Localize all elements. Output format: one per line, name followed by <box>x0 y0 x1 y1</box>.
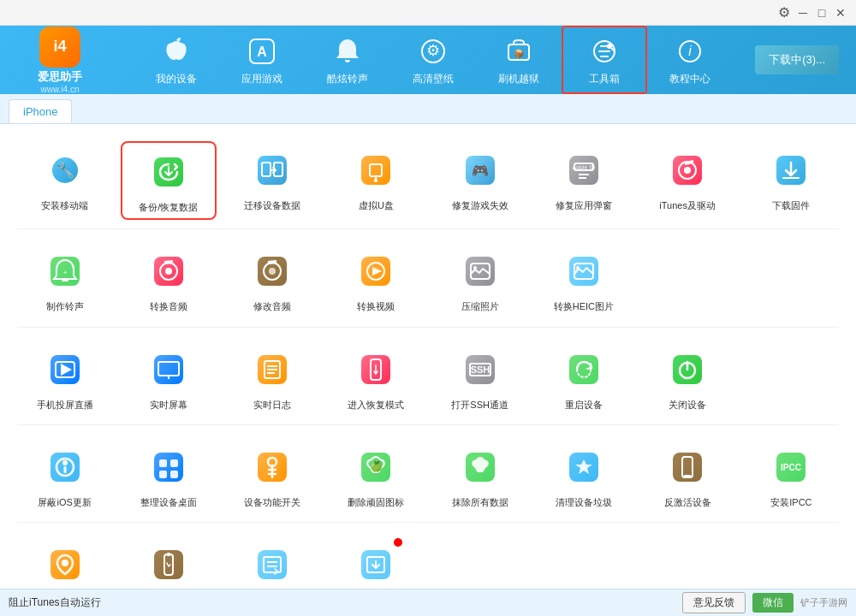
tool-item-edit-audio[interactable]: 修改音频 <box>225 242 320 317</box>
tool-item-convert-video[interactable]: 转换视频 <box>329 242 424 317</box>
logo-name: 爱思助手 <box>38 69 82 85</box>
feedback-button[interactable]: 意见反馈 <box>682 592 746 613</box>
status-bar: 阻止iTunes自动运行 意见反馈 微信 铲子手游网 <box>0 589 856 616</box>
tools-container: 🔧安装移动端备份/恢复数据迁移设备数据虚拟U盘🎮修复游戏失效Apple ID修复… <box>17 141 839 589</box>
nav-label-apps-games: 应用游戏 <box>241 72 282 86</box>
nav-item-jailbreak[interactable]: 📦刷机越狱 <box>476 26 562 94</box>
tool-placeholder-placeholder1 <box>640 242 735 317</box>
nav-item-toolbox[interactable]: 工具箱 <box>562 26 647 94</box>
tool-item-backup-guide[interactable]: 备份引导区数据 <box>329 536 424 589</box>
tool-item-backup-restore[interactable]: 备份/恢复数据 <box>121 141 216 220</box>
tool-icon-convert-video <box>352 247 400 295</box>
svg-text:📦: 📦 <box>514 48 525 59</box>
tool-label-erase-all-data: 抹除所有数据 <box>452 496 508 508</box>
settings-icon[interactable]: ⚙ <box>776 4 793 21</box>
tool-item-device-functions[interactable]: 设备功能开关 <box>225 438 320 513</box>
tool-item-block-ios-update[interactable]: 屏蔽iOS更新 <box>17 438 112 513</box>
tool-item-deactivate[interactable]: 反激活设备 <box>640 438 735 513</box>
svg-rect-80 <box>159 459 167 467</box>
tool-placeholder-placeholder2 <box>744 242 839 317</box>
header: i4 爱思助手 www.i4.cn 我的设备A应用游戏酷炫铃声⚙高清壁纸📦刷机越… <box>0 26 856 94</box>
tool-item-convert-audio[interactable]: 转换音频 <box>121 242 216 317</box>
tool-item-make-ringtone[interactable]: +制作铃声 <box>17 242 112 317</box>
tool-placeholder-placeholder6 <box>640 536 735 589</box>
tool-item-install-ipcc[interactable]: IPCC安装IPCC <box>744 438 839 513</box>
close-icon[interactable]: ✕ <box>832 4 849 21</box>
tool-item-realtime-screen[interactable]: 实时屏幕 <box>121 341 216 416</box>
tab-iphone[interactable]: iPhone <box>9 99 72 123</box>
nav-item-ringtones[interactable]: 酷炫铃声 <box>305 26 390 94</box>
tool-item-organize-desktop[interactable]: 整理设备桌面 <box>121 438 216 513</box>
tool-item-erase-all-data[interactable]: 抹除所有数据 <box>432 438 527 513</box>
tool-icon-screen-cast <box>41 346 89 394</box>
tool-item-clean-junk[interactable]: 清理设备垃圾 <box>536 438 631 513</box>
notification-badge <box>394 538 402 547</box>
tool-item-fix-game[interactable]: 🎮修复游戏失效 <box>432 141 527 220</box>
tool-item-break-time-limit[interactable]: 破解时间限额 <box>121 536 216 589</box>
tool-label-deactivate: 反激活设备 <box>664 496 711 508</box>
tool-item-restart-device[interactable]: 重启设备 <box>536 341 631 416</box>
row-divider <box>17 522 839 523</box>
tool-icon-realtime-screen <box>145 346 193 394</box>
tool-label-organize-desktop: 整理设备桌面 <box>140 496 197 508</box>
tool-item-migrate-data[interactable]: 迁移设备数据 <box>225 141 320 220</box>
nav-label-my-device: 我的设备 <box>156 72 197 86</box>
tool-icon-recovery-mode <box>352 346 400 394</box>
tool-icon-migrate-data <box>248 146 296 194</box>
svg-text:🔧: 🔧 <box>56 161 75 180</box>
tool-label-compress-photo: 压缩照片 <box>461 300 499 312</box>
tool-item-realtime-log[interactable]: 实时日志 <box>225 341 320 416</box>
tool-item-recovery-mode[interactable]: 进入恢复模式 <box>329 341 424 416</box>
tool-item-screen-cast[interactable]: 手机投屏直播 <box>17 341 112 416</box>
nav-icon-my-device <box>159 34 193 68</box>
tool-item-delete-stubborn[interactable]: 🍏删除顽固图标 <box>329 438 424 513</box>
nav-label-ringtones: 酷炫铃声 <box>327 72 368 86</box>
nav-item-my-device[interactable]: 我的设备 <box>134 26 219 94</box>
nav-icon-tutorials: i <box>673 34 707 68</box>
svg-text:i: i <box>688 44 692 58</box>
tool-label-convert-audio: 转换音频 <box>150 300 187 312</box>
logo-url: www.i4.cn <box>40 85 79 94</box>
tool-icon-fake-location <box>41 541 89 589</box>
tool-item-open-ssh[interactable]: SSH打开SSH通道 <box>432 341 527 416</box>
tools-row-0: 🔧安装移动端备份/恢复数据迁移设备数据虚拟U盘🎮修复游戏失效Apple ID修复… <box>17 141 839 220</box>
row-divider <box>17 228 839 229</box>
maximize-icon[interactable]: □ <box>813 4 830 21</box>
tool-label-recovery-mode: 进入恢复模式 <box>348 399 404 411</box>
svg-point-40 <box>165 268 172 275</box>
tool-item-itunes-driver[interactable]: iTunes及驱动 <box>640 141 735 220</box>
status-right: 意见反馈 微信 铲子手游网 <box>682 592 847 613</box>
svg-point-22 <box>374 179 377 182</box>
tool-label-migrate-data: 迁移设备数据 <box>244 199 300 211</box>
nav-item-wallpaper[interactable]: ⚙高清壁纸 <box>390 26 476 94</box>
svg-text:+: + <box>62 269 67 276</box>
tool-item-fix-popup[interactable]: Apple ID修复应用弹窗 <box>536 141 631 220</box>
tool-label-virtual-udisk: 虚拟U盘 <box>359 199 394 211</box>
download-button[interactable]: 下载中(3)... <box>755 45 839 74</box>
tool-icon-block-ios-update <box>41 443 89 491</box>
nav-item-apps-games[interactable]: A应用游戏 <box>219 26 305 94</box>
tool-placeholder-placeholder5 <box>536 536 631 589</box>
tool-label-shutdown-device: 关闭设备 <box>669 399 706 411</box>
tool-icon-itunes-driver <box>663 146 711 194</box>
nav-icon-toolbox <box>587 34 621 68</box>
wechat-button[interactable]: 微信 <box>752 593 794 613</box>
tool-item-install-app[interactable]: 🔧安装移动端 <box>17 141 112 220</box>
tool-item-download-firmware[interactable]: 下载固件 <box>744 141 839 220</box>
svg-point-49 <box>473 266 477 270</box>
tools-row-3: 屏蔽iOS更新整理设备桌面设备功能开关🍏删除顽固图标抹除所有数据清理设备垃圾反激… <box>17 438 839 513</box>
tool-item-shutdown-device[interactable]: 关闭设备 <box>640 341 735 416</box>
tool-icon-device-functions <box>248 443 296 491</box>
nav-item-tutorials[interactable]: i教程中心 <box>647 26 733 94</box>
tool-item-skip-setup[interactable]: 跳过设置向导 <box>225 536 320 589</box>
tool-icon-open-ssh: SSH <box>456 346 504 394</box>
minimize-icon[interactable]: ─ <box>794 4 811 21</box>
tool-item-virtual-udisk[interactable]: 虚拟U盘 <box>329 141 424 220</box>
tool-item-compress-photo[interactable]: 压缩照片 <box>432 242 527 317</box>
tool-placeholder-placeholder7 <box>744 536 839 589</box>
tool-item-convert-heic[interactable]: 转换HEIC图片 <box>536 242 631 317</box>
tool-label-block-ios-update: 屏蔽iOS更新 <box>38 496 91 508</box>
tool-icon-fix-popup: Apple ID <box>560 146 608 194</box>
tool-item-fake-location[interactable]: 虚拟定位 <box>17 536 112 589</box>
tool-icon-erase-all-data <box>456 443 504 491</box>
